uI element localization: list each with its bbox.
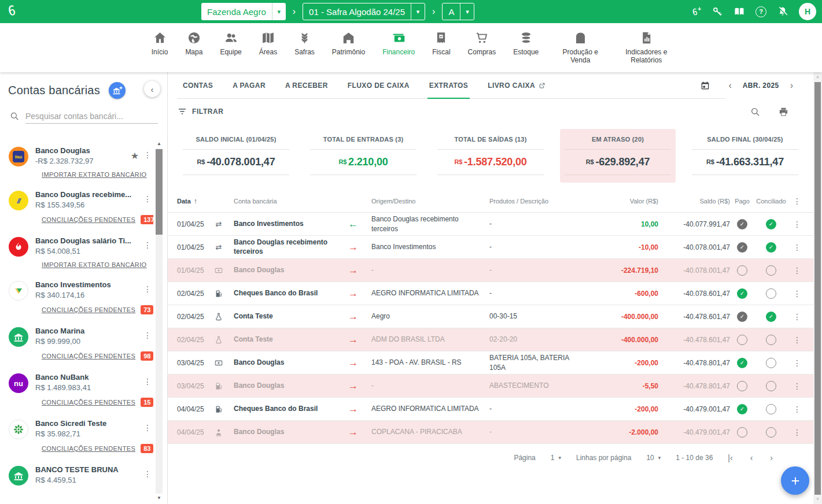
bank-account-item[interactable]: Banco Sicredi TesteR$ 35.982,71⋮CONCILIA… — [8, 413, 153, 453]
nav-item-fiscal[interactable]: Fiscal — [432, 31, 450, 72]
paid-check-icon[interactable]: ✓ — [737, 358, 747, 368]
aegro-logo-icon[interactable]: ∂ — [8, 2, 16, 18]
row-menu-icon[interactable]: ⋮ — [788, 243, 806, 252]
transaction-row[interactable]: 02/04/25Conta Teste→Aegro00-30-15-400.00… — [168, 305, 813, 328]
scroll-up-icon[interactable]: ▲ — [813, 73, 822, 81]
add-transaction-fab[interactable] — [781, 466, 809, 495]
nav-item-estoque[interactable]: Estoque — [513, 31, 539, 72]
account-action-link[interactable]: CONCILIAÇÕES PENDENTES — [42, 399, 135, 406]
nav-item-equipe[interactable]: Equipe — [220, 31, 241, 72]
filter-button[interactable]: FILTRAR — [177, 106, 224, 117]
bank-account-item[interactable]: Banco MarinaR$ 99.999,00⋮CONCILIAÇÕES PE… — [8, 321, 153, 361]
kebab-menu-icon[interactable]: ⋮ — [142, 240, 153, 250]
reconciled-check-icon[interactable]: ✓ — [766, 219, 776, 229]
transaction-row[interactable]: 03/04/25Banco Douglas→143 - POA - AV. BR… — [168, 351, 813, 375]
farm-selector[interactable]: Fazenda Aegro ▾ — [201, 3, 286, 20]
account-action-link[interactable]: CONCILIAÇÕES PENDENTES — [42, 306, 135, 313]
nav-item-safras[interactable]: Safras — [294, 31, 315, 72]
nav-item-patrimonio[interactable]: Patrimônio — [332, 31, 365, 72]
reconciled-check-icon[interactable] — [766, 335, 776, 345]
tab-a-receber[interactable]: A RECEBER — [285, 72, 328, 99]
sidebar-scrollbar[interactable]: ▲ ▼ — [155, 140, 163, 502]
tab-fluxo-de-caixa[interactable]: FLUXO DE CAIXA — [348, 72, 410, 99]
row-menu-icon[interactable]: ⋮ — [788, 428, 806, 437]
next-page-icon[interactable]: › — [770, 453, 773, 462]
row-menu-icon[interactable]: ⋮ — [788, 312, 806, 321]
bank-account-item[interactable]: Banco InvestimentosR$ 340.174,16⋮CONCILI… — [8, 275, 153, 314]
collapse-sidebar-button[interactable]: ‹ — [144, 81, 160, 97]
scroll-down-icon[interactable]: ▼ — [155, 495, 163, 502]
kebab-menu-icon[interactable]: ⋮ — [142, 469, 153, 479]
account-action-link[interactable]: CONCILIAÇÕES PENDENTES — [42, 353, 135, 360]
paid-check-icon[interactable] — [737, 265, 747, 276]
reconciled-check-icon[interactable]: ✓ — [766, 312, 776, 322]
account-action-link[interactable]: CONCILIAÇÕES PENDENTES — [42, 445, 135, 452]
bank-account-item[interactable]: BANCO TESTE BRUNAR$ 4.459,51⋮ — [8, 459, 153, 486]
summary-card[interactable]: SALDO FINAL (30/04/25)R$-41.663.311,47 — [687, 129, 803, 183]
user-avatar[interactable]: H — [799, 3, 816, 20]
search-accounts-input[interactable] — [25, 109, 158, 124]
bank-account-item[interactable]: nuBanco NuBankR$ 1.489.983,41⋮CONCILIAÇÕ… — [8, 367, 153, 407]
notifications-off-icon[interactable] — [777, 6, 788, 17]
row-menu-icon[interactable]: ⋮ — [788, 335, 806, 344]
summary-card[interactable]: SALDO INICIAL (01/04/25)R$-40.078.001,47 — [178, 129, 294, 183]
bank-account-item[interactable]: ItaúBanco Douglas-R$ 2.328.732,97★⋮IMPOR… — [8, 140, 153, 178]
summary-card[interactable]: TOTAL DE SAÍDAS (13)R$-1.587.520,00 — [433, 129, 548, 183]
aegro-plus-icon[interactable]: ∂+ — [692, 6, 701, 17]
transaction-row[interactable]: 02/04/25Cheques Banco do Brasil→AEGRO IN… — [168, 282, 813, 305]
transaction-row[interactable]: 03/04/25Banco Douglas→-ABASTECIMENTO-5,5… — [168, 375, 813, 398]
reconciled-check-icon[interactable] — [766, 265, 776, 276]
chevron-down-icon[interactable]: ▾ — [272, 3, 286, 20]
row-menu-icon[interactable]: ⋮ — [788, 381, 806, 391]
main-scrollbar[interactable]: ▲ ▼ — [813, 72, 822, 504]
reconciled-check-icon[interactable]: ✓ — [766, 242, 776, 253]
scroll-down-icon[interactable]: ▼ — [813, 495, 822, 503]
bank-account-item[interactable]: //Banco Douglas recebime...R$ 155.349,56… — [8, 184, 153, 224]
scroll-up-icon[interactable]: ▲ — [155, 140, 163, 147]
transaction-row[interactable]: 04/04/25Banco Douglas→COPLACANA - PIRACI… — [168, 421, 813, 444]
chevron-down-icon[interactable]: ▾ — [411, 3, 425, 20]
kebab-menu-icon[interactable]: ⋮ — [142, 331, 153, 340]
transaction-row[interactable]: 01/04/25⇄Banco Douglas recebimento terce… — [168, 236, 813, 259]
reconciled-check-icon[interactable] — [766, 427, 776, 438]
scrollbar-thumb[interactable] — [156, 149, 163, 235]
next-month-icon[interactable]: › — [787, 80, 796, 91]
key-icon[interactable] — [712, 6, 723, 17]
row-menu-icon[interactable]: ⋮ — [788, 358, 806, 368]
tab-extratos[interactable]: EXTRATOS — [429, 72, 468, 99]
book-icon[interactable] — [733, 6, 745, 17]
previous-page-icon[interactable]: ‹ — [750, 453, 753, 462]
row-menu-icon[interactable]: ⋮ — [788, 289, 806, 298]
reconciled-check-icon[interactable] — [766, 288, 776, 299]
print-icon[interactable] — [778, 106, 789, 117]
nav-item-indicadores-e-relatorios[interactable]: Indicadores e Relatórios — [622, 31, 670, 72]
row-menu-icon[interactable]: ⋮ — [788, 266, 806, 275]
row-menu-icon[interactable]: ⋮ — [788, 405, 806, 414]
kebab-menu-icon[interactable]: ⋮ — [142, 423, 153, 432]
transaction-row[interactable]: 02/04/25Conta Teste→ADM DO BRASIL LTDA02… — [168, 328, 813, 351]
previous-month-icon[interactable]: ‹ — [725, 80, 734, 91]
account-action-link[interactable]: IMPORTAR EXTRATO BANCÁRIO — [42, 261, 147, 268]
account-action-link[interactable]: IMPORTAR EXTRATO BANCÁRIO — [42, 171, 147, 178]
kebab-menu-icon[interactable]: ⋮ — [142, 377, 153, 386]
paid-check-icon[interactable]: ✓ — [737, 404, 747, 414]
chevron-down-icon[interactable]: ▾ — [460, 3, 474, 20]
paid-check-icon[interactable]: ✓ — [737, 288, 747, 299]
reconciled-check-icon[interactable] — [766, 381, 776, 391]
rows-per-page-select[interactable]: 10 ▾ — [646, 454, 661, 462]
kebab-menu-icon[interactable]: ⋮ — [142, 284, 153, 294]
reconciled-check-icon[interactable] — [766, 404, 776, 414]
reconciled-check-icon[interactable] — [766, 358, 776, 368]
tab-livro-caixa[interactable]: LIVRO CAIXA — [488, 72, 545, 99]
transaction-row[interactable]: 01/04/25⇄Banco Investimentos←Banco Dougl… — [168, 213, 813, 236]
help-icon[interactable]: ? — [755, 6, 766, 17]
nav-item-compras[interactable]: Compras — [468, 31, 496, 72]
transaction-row[interactable]: 01/04/25Banco Douglas→---224.719,10-40.0… — [168, 259, 813, 282]
calendar-icon[interactable] — [700, 80, 710, 91]
nav-item-financeiro[interactable]: Financeiro — [382, 31, 415, 72]
column-header-data[interactable]: Data↑ — [177, 197, 214, 205]
page-select[interactable]: 1 ▾ — [551, 454, 561, 462]
paid-check-icon[interactable]: ✓ — [737, 219, 747, 229]
kebab-menu-icon[interactable]: ⋮ — [142, 194, 153, 203]
search-table-icon[interactable] — [750, 106, 761, 117]
